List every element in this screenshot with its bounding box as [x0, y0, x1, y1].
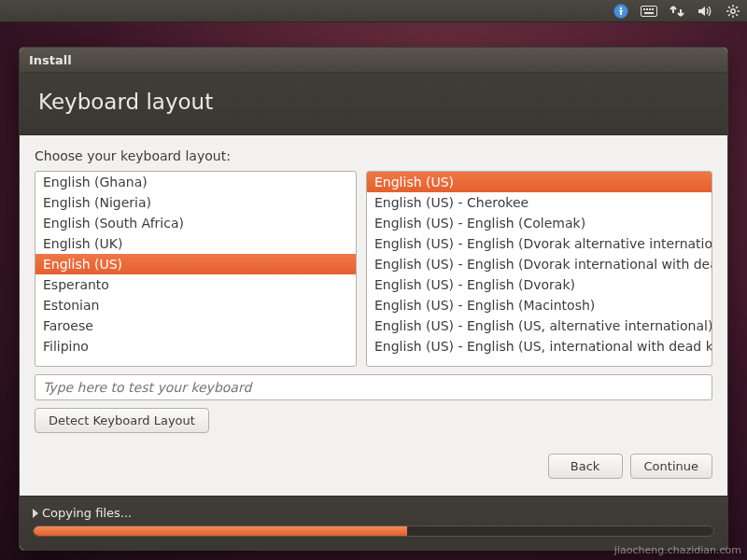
- window-title: Install: [29, 53, 72, 67]
- volume-icon[interactable]: [697, 3, 713, 20]
- continue-button[interactable]: Continue: [630, 454, 712, 479]
- svg-rect-3: [646, 8, 648, 10]
- settings-gear-icon[interactable]: [725, 3, 741, 20]
- list-item[interactable]: English (US) - English (US, alternative …: [367, 315, 712, 336]
- network-icon[interactable]: [669, 3, 685, 20]
- list-item[interactable]: English (South Africa): [35, 213, 356, 233]
- detect-row: Detect Keyboard Layout: [35, 408, 712, 433]
- svg-point-0: [620, 7, 623, 9]
- keyboard-icon[interactable]: [641, 3, 657, 20]
- footer: Copying files...: [20, 496, 727, 550]
- status-text: Copying files...: [42, 506, 132, 520]
- test-row: [35, 374, 712, 400]
- window-titlebar: Install: [20, 48, 727, 73]
- page-heading: Keyboard layout: [20, 73, 727, 135]
- svg-line-13: [736, 14, 738, 16]
- list-item[interactable]: English (Ghana): [35, 172, 356, 192]
- svg-point-7: [731, 8, 735, 12]
- language-listbox[interactable]: English (Ghana)English (Nigeria)English …: [35, 171, 357, 367]
- top-menubar: [0, 0, 747, 22]
- svg-line-12: [728, 7, 730, 8]
- list-item[interactable]: English (US) - English (Colemak): [367, 213, 712, 233]
- status-line[interactable]: Copying files...: [33, 506, 714, 520]
- list-item[interactable]: English (US) - English (US, internationa…: [367, 336, 712, 357]
- svg-line-14: [736, 7, 738, 8]
- disclosure-triangle-icon: [33, 509, 38, 518]
- list-item[interactable]: English (US) - Cherokee: [367, 192, 712, 213]
- list-item[interactable]: English (US) - English (Dvorak): [367, 274, 712, 295]
- progress-bar-fill: [34, 526, 407, 536]
- list-item[interactable]: Filipino: [35, 336, 356, 357]
- detect-layout-button[interactable]: Detect Keyboard Layout: [35, 408, 209, 433]
- list-item[interactable]: English (Nigeria): [35, 192, 356, 213]
- keyboard-test-input[interactable]: [35, 374, 712, 400]
- svg-rect-1: [641, 6, 657, 16]
- svg-rect-6: [644, 12, 654, 14]
- list-item[interactable]: English (US): [367, 172, 712, 192]
- content-area: Choose your keyboard layout: English (Gh…: [20, 135, 727, 496]
- svg-line-15: [728, 14, 730, 16]
- svg-rect-4: [649, 8, 651, 10]
- list-item[interactable]: English (US): [35, 254, 356, 274]
- svg-rect-2: [643, 8, 645, 10]
- list-item[interactable]: Faroese: [35, 315, 356, 336]
- variant-listbox[interactable]: English (US)English (US) - CherokeeEngli…: [366, 171, 712, 367]
- prompt-label: Choose your keyboard layout:: [35, 148, 712, 163]
- accessibility-icon[interactable]: [613, 3, 629, 20]
- layout-lists: English (Ghana)English (Nigeria)English …: [35, 171, 712, 367]
- list-item[interactable]: English (US) - English (Dvorak alternati…: [367, 233, 712, 254]
- nav-buttons: Back Continue: [35, 441, 712, 479]
- list-item[interactable]: Estonian: [35, 295, 356, 315]
- list-item[interactable]: Esperanto: [35, 274, 356, 295]
- svg-rect-5: [652, 8, 654, 10]
- list-item[interactable]: English (UK): [35, 233, 356, 254]
- installer-window: Install Keyboard layout Choose your keyb…: [19, 47, 728, 551]
- back-button[interactable]: Back: [548, 454, 623, 479]
- list-item[interactable]: English (US) - English (Dvorak internati…: [367, 254, 712, 274]
- progress-bar: [33, 525, 714, 537]
- list-item[interactable]: English (US) - English (Macintosh): [367, 295, 712, 315]
